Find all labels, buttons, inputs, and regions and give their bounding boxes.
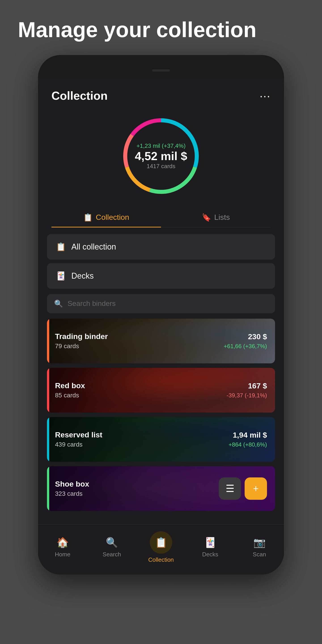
nav-item-collection[interactable]: 📋 Collection	[145, 531, 177, 563]
binder-value-redbox: 167 $	[226, 382, 267, 390]
binder-right: 1,94 mil $ +864 (+80,6%)	[228, 431, 267, 448]
more-options-button[interactable]: ···	[260, 89, 270, 102]
binder-left: Shoe box 323 cards	[55, 480, 89, 497]
donut-gain: +1,23 mil (+37,4%)	[135, 142, 187, 149]
donut-value: 4,52 mil $	[135, 149, 187, 163]
nav-item-decks[interactable]: 🃏 Decks	[194, 537, 226, 558]
binder-right: 167 $ -39,37 (-19,1%)	[226, 382, 267, 399]
binder-change-reserved: +864 (+80,6%)	[228, 441, 267, 448]
search-placeholder: Search binders	[68, 300, 116, 308]
page-title: Manage your collection	[18, 18, 304, 42]
nav-label-home: Home	[55, 551, 70, 558]
binder-card-shoebox[interactable]: Shoe box 323 cards ☰ +	[47, 466, 275, 511]
nav-item-home[interactable]: 🏠 Home	[47, 537, 78, 558]
binders-list: Trading binder 79 cards 230 $ +61,66 (+3…	[38, 319, 284, 511]
search-binders-bar[interactable]: 🔍 Search binders	[47, 294, 275, 313]
all-collection-button[interactable]: 📋 All collection	[47, 234, 275, 260]
decks-icon: 🃏	[56, 271, 66, 281]
donut-center-info: +1,23 mil (+37,4%) 4,52 mil $ 1417 cards	[135, 142, 187, 170]
sort-fab-button[interactable]: ☰	[219, 478, 241, 500]
phone-notch	[141, 69, 181, 73]
search-nav-icon: 🔍	[106, 537, 118, 548]
binder-count-reserved: 439 cards	[55, 441, 102, 448]
binder-name-redbox: Red box	[55, 381, 85, 390]
donut-chart-container: +1,23 mil (+37,4%) 4,52 mil $ 1417 cards	[38, 109, 284, 208]
binder-count-redbox: 85 cards	[55, 392, 85, 399]
app-screen-title: Collection	[52, 89, 108, 102]
nav-label-decks: Decks	[202, 551, 218, 558]
collection-buttons: 📋 All collection 🃏 Decks	[38, 228, 284, 289]
all-collection-icon: 📋	[56, 242, 66, 252]
all-collection-label: All collection	[71, 242, 116, 252]
phone-screen: Collection ···	[38, 78, 284, 574]
tabs-container: 📋 Collection 🔖 Lists	[52, 208, 270, 228]
binder-count-trading: 79 cards	[55, 342, 108, 350]
nav-label-scan: Scan	[253, 551, 266, 558]
spacer	[38, 511, 284, 524]
binder-content-reserved: Reserved list 439 cards 1,94 mil $ +864 …	[47, 417, 275, 462]
binder-left: Red box 85 cards	[55, 381, 85, 399]
binder-value-reserved: 1,94 mil $	[228, 431, 267, 440]
binder-count-shoebox: 323 cards	[55, 490, 89, 497]
binder-card-reserved[interactable]: Reserved list 439 cards 1,94 mil $ +864 …	[47, 417, 275, 462]
binder-name-reserved: Reserved list	[55, 430, 102, 439]
lists-tab-icon: 🔖	[202, 213, 211, 222]
binder-card-redbox[interactable]: Red box 85 cards 167 $ -39,37 (-19,1%)	[47, 368, 275, 412]
page-header: Manage your collection	[0, 0, 322, 55]
decks-nav-icon: 🃏	[204, 537, 216, 548]
decks-label: Decks	[71, 271, 94, 281]
binder-name-shoebox: Shoe box	[55, 480, 89, 488]
nav-item-search[interactable]: 🔍 Search	[96, 537, 128, 558]
binder-value-trading: 230 $	[224, 332, 267, 341]
bottom-navigation: 🏠 Home 🔍 Search 📋 Collection 🃏 Decks	[38, 524, 284, 574]
binder-left: Reserved list 439 cards	[55, 430, 102, 448]
nav-item-scan[interactable]: 📷 Scan	[244, 537, 275, 558]
scan-icon: 📷	[253, 537, 266, 548]
search-icon: 🔍	[54, 300, 63, 308]
binder-content-trading: Trading binder 79 cards 230 $ +61,66 (+3…	[47, 319, 275, 363]
collection-nav-bg: 📋	[150, 531, 172, 554]
add-icon: +	[253, 483, 259, 494]
binder-left: Trading binder 79 cards	[55, 332, 108, 350]
tab-lists-label: Lists	[214, 213, 230, 222]
donut-chart: +1,23 mil (+37,4%) 4,52 mil $ 1417 cards	[118, 114, 204, 198]
binder-content-shoebox: Shoe box 323 cards ☰ +	[47, 466, 275, 511]
nav-label-collection: Collection	[148, 556, 174, 563]
tab-collection-label: Collection	[96, 213, 129, 222]
home-icon: 🏠	[56, 537, 69, 548]
sort-icon: ☰	[226, 483, 234, 494]
collection-nav-icon: 📋	[155, 537, 167, 548]
binder-change-trading: +61,66 (+36,7%)	[224, 343, 267, 350]
app-header: Collection ···	[38, 78, 284, 109]
binder-right: 230 $ +61,66 (+36,7%)	[224, 332, 267, 350]
tab-lists[interactable]: 🔖 Lists	[161, 208, 270, 227]
collection-tab-icon: 📋	[83, 213, 92, 222]
donut-cards: 1417 cards	[135, 163, 187, 170]
binder-name-trading: Trading binder	[55, 332, 108, 341]
decks-button[interactable]: 🃏 Decks	[47, 263, 275, 289]
fab-area: ☰ +	[219, 478, 267, 500]
tab-collection[interactable]: 📋 Collection	[52, 208, 161, 227]
nav-label-search: Search	[103, 551, 121, 558]
phone-frame: Collection ···	[38, 55, 284, 574]
binder-card-trading[interactable]: Trading binder 79 cards 230 $ +61,66 (+3…	[47, 319, 275, 363]
binder-content-redbox: Red box 85 cards 167 $ -39,37 (-19,1%)	[47, 368, 275, 412]
binder-change-redbox: -39,37 (-19,1%)	[226, 392, 267, 399]
add-fab-button[interactable]: +	[245, 478, 267, 500]
